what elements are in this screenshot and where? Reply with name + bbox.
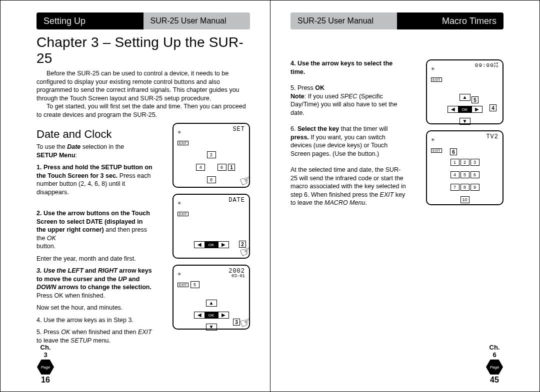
chapter-title: Chapter 3 – Setting Up the SUR-25 [36, 34, 250, 66]
header-manual-title: SUR-25 User Manual [144, 12, 250, 29]
exit-button: EXIT [431, 77, 442, 82]
text-column: 4. Use the arrow keys to select the time… [290, 59, 407, 211]
step-4r: 4. Use the arrow keys to select the time… [290, 59, 407, 76]
device-illustration-set: ✳ SET EXIT 2 4 6 8 ☞ 1 [172, 123, 250, 188]
step-2-enter: Enter the year, month and date first. [36, 255, 154, 263]
device-mode-date: DATE [228, 197, 245, 204]
exit-button: EXIT [431, 148, 442, 153]
device-illustration-2002: ✳ 2002 03-01 EXIT5 ▲ ◀OK▶ ▼ ☞ 3 [172, 265, 250, 330]
illustration-column: ✳ SET EXIT 2 4 6 8 ☞ 1 ✳ DATE EXIT [158, 123, 250, 349]
step-3: 3. Use the LEFT and RIGHT arrow keys to … [36, 267, 154, 300]
header-section-title: Macro Timers [397, 12, 504, 29]
section-title: Date and Clock [36, 128, 154, 141]
exit-button: EXIT [178, 141, 188, 145]
page-hex-icon: Page [486, 360, 503, 375]
footer-right: Ch.6 Page 45 [480, 344, 510, 385]
light-icon: ✳ [431, 137, 435, 142]
step-2: 2. Use the arrow buttons on the Touch Sc… [36, 209, 154, 251]
hand-icon: ☞ [237, 172, 253, 190]
intro-para-1: Before the SUR-25 can be used to control… [36, 69, 250, 102]
device-mode-date2: 03-01 [232, 274, 245, 279]
intro-para-2: To get started, you will first set the d… [36, 102, 250, 119]
page-number: 45 [480, 376, 510, 385]
light-icon: ✳ [178, 130, 182, 135]
page-right: SUR-25 User Manual Macro Timers 4. Use t… [270, 0, 540, 392]
device-illustration-date: ✳ DATE EXIT ◀OK▶ ☞ 2 [172, 194, 250, 259]
exit-button: EXIT [178, 212, 188, 216]
step-5r: 5. Press OK Note: If you used SPEC (Spec… [290, 84, 407, 117]
step-5: 5. Press OK when finished and then EXIT … [36, 328, 154, 345]
header-section-title: Setting Up [36, 12, 144, 29]
step-6r: 6. Select the key that the timer will pr… [290, 125, 407, 158]
step-4: 4. Use the arrow keys as in Step 3. [36, 316, 154, 325]
header-manual-title: SUR-25 User Manual [290, 12, 397, 29]
date-intro: To use the Date selection in the SETUP M… [36, 143, 154, 159]
light-icon: ✳ [178, 272, 182, 277]
para-7r: At the selected time and date, the SUR-2… [290, 166, 407, 207]
exit-button: EXIT [178, 283, 188, 287]
page-left: Setting Up SUR-25 User Manual Chapter 3 … [0, 0, 270, 392]
device-illustration-tv2: ✳ TV2 EXIT 123 456 789 10 6 [426, 130, 504, 205]
device-illustration-time: ✳ 09:00AMPM EXIT ▲ ◀OK▶ ▼ 4 5 [426, 59, 504, 124]
step-1: 1. Press and hold the SETUP button on th… [36, 163, 154, 196]
device-mode-time: 09:00AMPM [475, 62, 498, 68]
header-right: SUR-25 User Manual Macro Timers [290, 12, 504, 29]
content-left: Chapter 3 – Setting Up the SUR-25 Before… [36, 34, 250, 349]
text-column: Date and Clock To use the Date selection… [36, 123, 154, 349]
footer-left: Ch.3 Page 16 [30, 344, 60, 385]
light-icon: ✳ [431, 66, 435, 71]
content-right: 4. Use the arrow keys to select the time… [290, 59, 504, 211]
light-icon: ✳ [178, 201, 182, 206]
header-left: Setting Up SUR-25 User Manual [36, 12, 250, 29]
page-hex-icon: Page [37, 360, 54, 375]
step-3-now: Now set the hour, and minutes. [36, 304, 154, 312]
device-mode-tv2: TV2 [486, 133, 498, 140]
page-number: 16 [30, 376, 60, 385]
illustration-column-r: ✳ 09:00AMPM EXIT ▲ ◀OK▶ ▼ 4 5 ✳ TV2 EXIT [412, 59, 504, 211]
device-mode-set: SET [232, 126, 245, 133]
page-spread: Setting Up SUR-25 User Manual Chapter 3 … [0, 0, 540, 392]
